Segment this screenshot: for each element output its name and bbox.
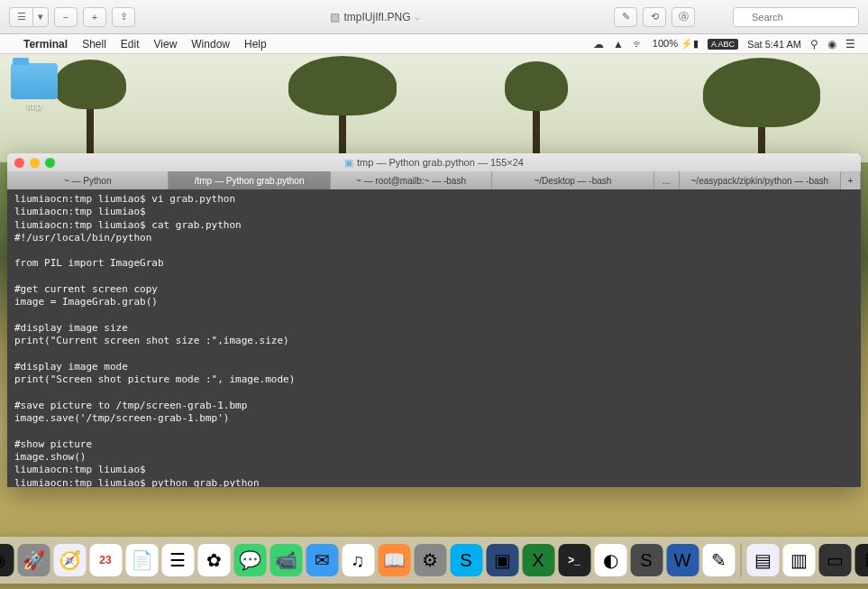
menu-shell[interactable]: Shell xyxy=(82,38,106,51)
siri-menubar-icon[interactable]: ◉ xyxy=(827,38,836,51)
dock-screenshot[interactable]: ▭ xyxy=(818,544,851,576)
terminal-output[interactable]: liumiaocn:tmp liumiao$ vi grab.python li… xyxy=(7,189,861,487)
new-tab-button[interactable]: + xyxy=(841,171,861,189)
dock-chrome[interactable]: ◐ xyxy=(594,544,626,576)
menu-view[interactable]: View xyxy=(154,38,178,51)
markup-button[interactable]: ⓐ xyxy=(672,7,695,27)
dock-ibooks[interactable]: 📖 xyxy=(378,544,410,576)
dock: ☺◉🚀🧭23📄☰✿💬📹✉♫📖⚙S▣X>_◐SW✎▤▥▭🖥🗑 xyxy=(0,537,868,584)
notification-center-icon[interactable]: ☰ xyxy=(845,38,855,51)
dock-siri[interactable]: ◉ xyxy=(0,544,14,576)
search-input[interactable] xyxy=(733,7,859,27)
terminal-tab[interactable]: ~ — root@mailb:~ — -bash xyxy=(331,171,492,189)
dock-display[interactable]: 🖥 xyxy=(854,544,868,576)
menu-edit[interactable]: Edit xyxy=(121,38,140,51)
desktop[interactable]: tmp ▣ tmp — Python grab.python — 155×24 … xyxy=(0,54,868,589)
dock-reminders[interactable]: ☰ xyxy=(161,544,194,576)
spotlight-icon[interactable]: ⚲ xyxy=(810,38,818,51)
terminal-title: ▣ tmp — Python grab.python — 155×24 xyxy=(7,157,861,169)
zoom-in-button[interactable]: + xyxy=(83,7,106,27)
rotate-button[interactable]: ⟲ xyxy=(643,7,666,27)
dock-itunes[interactable]: ♫ xyxy=(342,544,374,576)
dock-settings[interactable]: ⚙ xyxy=(414,544,446,576)
input-source[interactable]: A ABC xyxy=(708,39,738,50)
menu-window[interactable]: Window xyxy=(191,38,230,51)
battery-status[interactable]: 100% ⚡▮ xyxy=(653,38,699,50)
clock[interactable]: Sat 5:41 AM xyxy=(747,39,801,50)
dock-sublime[interactable]: S xyxy=(630,544,662,576)
dock-terminal[interactable]: >_ xyxy=(558,544,590,576)
sidebar-toggle-button[interactable]: ☰ xyxy=(9,7,32,27)
terminal-titlebar[interactable]: ▣ tmp — Python grab.python — 155×24 xyxy=(7,153,861,171)
dock-textedit[interactable]: ✎ xyxy=(702,544,735,576)
dock-launchpad[interactable]: 🚀 xyxy=(17,544,50,576)
dock-messages[interactable]: 💬 xyxy=(233,544,266,576)
dock-mail[interactable]: ✉ xyxy=(306,544,338,576)
preview-toolbar: ☰ ▾ − + ⇪ ▧ tmpIUjIfI.PNG ⌵ ✎ ⟲ ⓐ xyxy=(0,0,868,34)
airplay-icon[interactable]: ▲ xyxy=(613,38,624,51)
terminal-tabs: ~ — Python/tmp — Python grab.python~ — r… xyxy=(7,171,861,189)
cloud-icon[interactable]: ☁ xyxy=(593,38,604,51)
menu-help[interactable]: Help xyxy=(244,38,267,51)
zoom-out-button[interactable]: − xyxy=(54,7,78,27)
dock-doc2[interactable]: ▥ xyxy=(782,544,815,576)
dock-calendar[interactable]: 23 xyxy=(89,544,122,576)
terminal-tab[interactable]: /tmp — Python grab.python xyxy=(169,171,330,189)
macos-menubar: Terminal Shell Edit View Window Help ☁ ▲… xyxy=(0,34,868,54)
image-file-icon: ▧ xyxy=(330,11,340,23)
terminal-tab[interactable]: ~/easypack/zipkin/python — -bash xyxy=(680,171,841,189)
dock-excel[interactable]: X xyxy=(522,544,554,576)
dock-photos[interactable]: ✿ xyxy=(197,544,230,576)
terminal-tab[interactable]: ~/Desktop — -bash xyxy=(492,171,653,189)
dock-notes[interactable]: 📄 xyxy=(125,544,158,576)
terminal-tab[interactable]: ~ — Python xyxy=(7,171,169,189)
dock-safari[interactable]: 🧭 xyxy=(53,544,86,576)
terminal-tab[interactable]: ... xyxy=(654,171,680,189)
desktop-folder-tmp[interactable]: tmp xyxy=(11,63,58,111)
dock-facetime[interactable]: 📹 xyxy=(270,544,302,576)
dock-skype[interactable]: S xyxy=(450,544,482,576)
folder-icon: ▣ xyxy=(344,157,353,169)
terminal-window: ▣ tmp — Python grab.python — 155×24 ~ — … xyxy=(7,153,861,487)
dock-word[interactable]: W xyxy=(666,544,699,576)
share-button[interactable]: ⇪ xyxy=(112,7,135,27)
dock-virtualbox[interactable]: ▣ xyxy=(486,544,518,576)
sidebar-dropdown-button[interactable]: ▾ xyxy=(32,7,49,27)
highlight-button[interactable]: ✎ xyxy=(614,7,637,27)
wifi-icon[interactable]: ᯤ xyxy=(633,38,644,51)
preview-window-title: ▧ tmpIUjIfI.PNG ⌵ xyxy=(141,11,608,23)
app-menu[interactable]: Terminal xyxy=(23,38,68,51)
dock-doc1[interactable]: ▤ xyxy=(746,544,779,576)
